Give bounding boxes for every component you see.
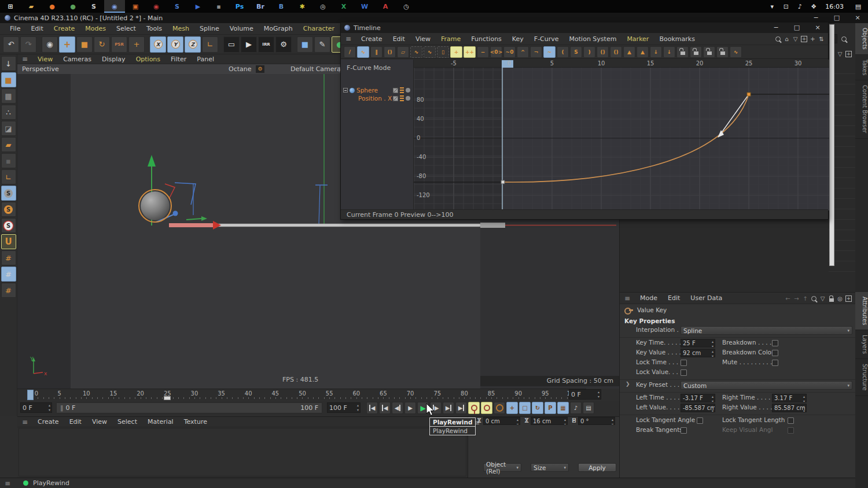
snap-off-button[interactable]: S <box>1 186 16 201</box>
dopesheet-mode-button[interactable]: / <box>344 46 356 58</box>
position-field[interactable]: 0 cm▴▾ <box>483 417 520 425</box>
state-dot-icon[interactable] <box>406 88 410 93</box>
points-mode-button[interactable]: ∴ <box>1 105 16 120</box>
tangent-flat-button[interactable]: ^ <box>517 46 529 58</box>
lock-time-checkbox[interactable] <box>681 360 687 366</box>
breakdown-checkbox[interactable] <box>772 340 778 346</box>
material-hamburger-icon[interactable]: ≡ <box>17 418 32 426</box>
right-value-field[interactable]: 85.587 cm▴▾ <box>772 404 807 412</box>
notification-center-icon[interactable]: ▤ <box>848 3 868 10</box>
taskbar-clock[interactable]: 16:03 <box>821 3 848 10</box>
end-frame-field[interactable]: 100 F▴▾ <box>327 402 361 413</box>
attr-hamburger-icon[interactable]: ≡ <box>620 294 635 302</box>
attr-menu-user-data[interactable]: User Data <box>685 294 727 302</box>
taskbar-app-acrobat[interactable]: A <box>375 0 396 13</box>
add-cube-button[interactable]: ■ <box>297 36 313 53</box>
psr-tool[interactable]: PSR <box>111 36 127 53</box>
vp-menu-options[interactable]: Options <box>131 56 165 63</box>
size-mode-dropdown[interactable]: Size▾ <box>531 463 569 472</box>
tray-volume-icon[interactable]: ♪ <box>793 3 807 10</box>
attr-menu-mode[interactable]: Mode <box>635 294 663 302</box>
tl-filter-icon[interactable]: ▽ <box>791 35 800 43</box>
spline-pen-button[interactable]: ✎ <box>314 36 330 53</box>
mat-menu-create[interactable]: Create <box>32 418 64 426</box>
collapse-icon[interactable] <box>343 88 348 93</box>
mat-menu-select[interactable]: Select <box>112 418 142 426</box>
taskbar-app-cinema4d[interactable]: ◉ <box>104 0 125 13</box>
taskbar-app-guardian[interactable]: ◉ <box>146 0 167 13</box>
autokey-button[interactable] <box>481 402 492 414</box>
menu-character[interactable]: Character <box>298 25 340 32</box>
region-tool-b-button[interactable]: ∿ <box>424 46 436 58</box>
tl-move-panel-icon[interactable]: + <box>808 35 817 43</box>
lock-workplane-button[interactable]: # <box>1 267 16 282</box>
weight-a-button[interactable]: ▲ <box>623 46 635 58</box>
menu-select[interactable]: Select <box>111 25 141 32</box>
taskbar-app-photoshop[interactable]: Ps <box>229 0 250 13</box>
taskbar-app-chrome[interactable]: ● <box>62 0 83 13</box>
record-keyframe-button[interactable] <box>468 402 480 414</box>
timeline-key-marker[interactable] <box>164 396 171 400</box>
camera-label[interactable]: Default Camera <box>290 65 341 73</box>
live-selection-tool[interactable]: ◉ <box>42 36 58 53</box>
tray-dropbox-icon[interactable]: ❖ <box>807 3 821 10</box>
snap-down-a-button[interactable]: ↓ <box>650 46 662 58</box>
goto-start-button[interactable]: ◀ <box>366 402 378 414</box>
range-grip-icon[interactable]: ‖ <box>60 404 64 412</box>
menu-file[interactable]: File <box>5 25 25 32</box>
current-frame-field-right[interactable]: 0 F▴▾ <box>569 389 601 400</box>
redo-button[interactable]: ↷ <box>20 36 36 53</box>
filter-toggle-icon[interactable] <box>393 96 398 101</box>
keyframe-selection-button[interactable] <box>494 402 505 414</box>
taskbar-app-firefox[interactable]: ● <box>42 0 62 13</box>
menu-modes[interactable]: Modes <box>80 25 111 32</box>
scale-tool[interactable]: ■ <box>76 36 93 53</box>
render-view-button[interactable]: ▭ <box>223 36 240 53</box>
attr-filter-icon[interactable]: ▽ <box>818 294 827 302</box>
taskbar-app-explorer[interactable]: ▰ <box>21 0 42 13</box>
animation-timeline-ruler[interactable]: 0510152025303540455055606570758085909510… <box>17 389 586 400</box>
taskbar-app-start[interactable]: ⊞ <box>0 0 21 13</box>
taskbar-app-sublime[interactable]: S <box>83 0 104 13</box>
vp-menu-cameras[interactable]: Cameras <box>58 56 97 63</box>
tl-menu-fcurve[interactable]: F-Curve <box>529 35 564 43</box>
rotation-field[interactable]: 0 °▴▾ <box>578 417 615 425</box>
breakdown-color-checkbox[interactable] <box>772 350 778 356</box>
tl-dock-icon[interactable]: ⇅ <box>817 35 826 43</box>
texture-mode-button[interactable]: ▦ <box>1 88 16 103</box>
goto-prev-frame-button[interactable]: ◀ <box>392 402 403 414</box>
vp-menu-view[interactable]: View <box>32 56 58 63</box>
add-key-button[interactable]: + <box>450 46 462 58</box>
region-tool-a-button[interactable]: ∿ <box>410 46 422 58</box>
undo-button[interactable]: ↶ <box>3 36 19 53</box>
key-preset-expander[interactable]: ❯ <box>626 381 630 387</box>
attr-back-icon[interactable]: ← <box>784 294 792 302</box>
taskbar-app-word[interactable]: W <box>354 0 375 13</box>
tl-add-panel-icon[interactable]: + <box>800 35 808 43</box>
tl-search-icon[interactable] <box>774 35 782 43</box>
model-mode-button[interactable]: ■ <box>1 72 16 87</box>
attr-track-icon[interactable]: ◎ <box>836 294 844 302</box>
ease-in-button[interactable]: S <box>570 46 582 58</box>
delete-key-button[interactable]: − <box>477 46 489 58</box>
ap[interactable]: Apply <box>578 463 616 472</box>
key-value-field[interactable]: 92 cm▴▾ <box>681 349 715 357</box>
attr-forward-icon[interactable]: → <box>792 294 801 302</box>
ease-out-button[interactable]: ) <box>583 46 595 58</box>
sphere-object[interactable] <box>141 191 170 220</box>
timeline-hamburger-icon[interactable]: ≡ <box>341 35 356 43</box>
lock-value-icon-button[interactable] <box>690 46 702 58</box>
taskbar-app-swirl[interactable]: ✱ <box>292 0 312 13</box>
break-tangents-checkbox[interactable] <box>681 427 687 434</box>
tl-menu-create[interactable]: Create <box>356 35 388 43</box>
tl-home-icon[interactable]: ⌂ <box>782 35 791 43</box>
lock-time-icon-button[interactable] <box>676 46 689 58</box>
snap-down-b-button[interactable]: ↓ <box>663 46 675 58</box>
play-backwards-button[interactable]: ▶ <box>404 402 416 414</box>
timeline-minimize-button[interactable]: − <box>766 23 786 33</box>
z-axis-toggle[interactable]: Z <box>185 36 201 53</box>
ease-spline-button[interactable]: ( <box>557 46 569 58</box>
fcurve-ruler[interactable]: -5051015202530 <box>414 60 829 68</box>
material-list-empty[interactable] <box>19 428 466 476</box>
octane-label[interactable]: Octane <box>229 65 252 73</box>
